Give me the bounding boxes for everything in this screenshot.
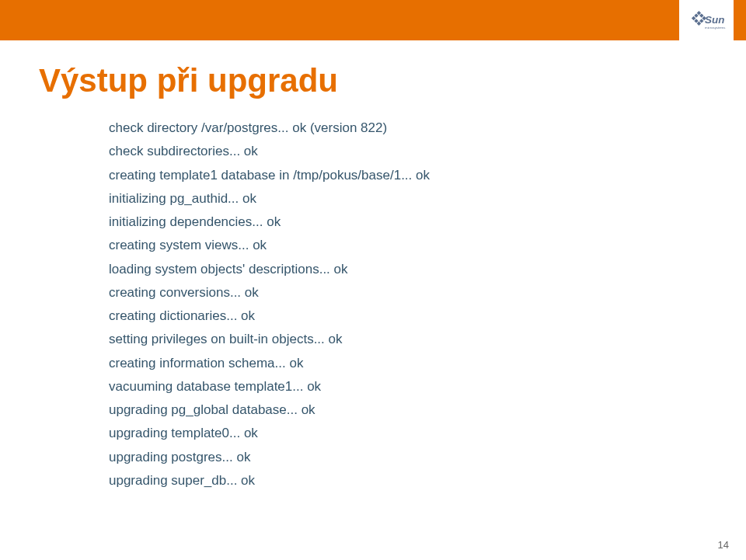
sun-logo-icon: Sun microsystems — [684, 5, 729, 43]
logo-sub-text: microsystems — [705, 26, 725, 30]
output-line: creating conversions... ok — [109, 281, 707, 304]
output-line: creating dictionaries... ok — [109, 304, 707, 328]
header-bar — [0, 0, 746, 40]
output-line: creating system views... ok — [109, 234, 707, 257]
output-line: check subdirectories... ok — [109, 140, 707, 163]
svg-rect-0 — [697, 11, 701, 15]
output-line: check directory /var/postgres... ok (ver… — [109, 117, 707, 140]
logo-brand-text: Sun — [705, 14, 724, 26]
svg-rect-4 — [699, 19, 703, 23]
page-number: 14 — [718, 539, 729, 551]
output-line: vacuuming database template1... ok — [109, 375, 707, 398]
output-line: loading system objects' descriptions... … — [109, 258, 707, 281]
svg-rect-3 — [694, 13, 698, 17]
output-line: initializing pg_authid... ok — [109, 187, 707, 210]
output-line: creating template1 database in /tmp/poku… — [109, 164, 707, 187]
page-title: Výstup při upgradu — [39, 62, 707, 99]
output-line: upgrading template0... ok — [109, 422, 707, 445]
svg-rect-7 — [697, 22, 701, 26]
svg-rect-6 — [694, 19, 698, 23]
sun-logo: Sun microsystems — [679, 0, 734, 48]
svg-rect-5 — [692, 16, 695, 20]
output-line: upgrading pg_global database... ok — [109, 398, 707, 422]
svg-rect-1 — [699, 13, 703, 17]
output-line: creating information schema... ok — [109, 352, 707, 375]
output-line: upgrading postgres... ok — [109, 446, 707, 469]
slide-content: Výstup při upgradu check directory /var/… — [39, 62, 707, 537]
output-line: initializing dependencies... ok — [109, 210, 707, 234]
output-lines: check directory /var/postgres... ok (ver… — [109, 117, 707, 492]
output-line: setting privileges on built-in objects..… — [109, 328, 707, 351]
output-line: upgrading super_db... ok — [109, 469, 707, 492]
